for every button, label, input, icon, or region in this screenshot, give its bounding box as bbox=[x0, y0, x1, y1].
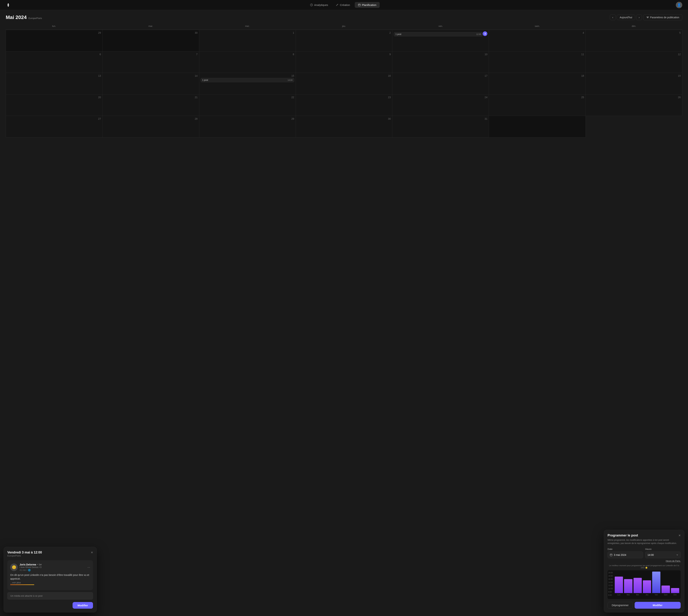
cal-cell-13[interactable]: 12 bbox=[586, 51, 682, 73]
calendar-title: Mai 2024 Europe/Paris bbox=[6, 15, 42, 20]
day-mer: mer. bbox=[199, 24, 296, 28]
cal-cell-26[interactable]: 25 bbox=[489, 94, 585, 116]
cal-cell-12[interactable]: 11 bbox=[489, 51, 585, 73]
chart-col-1: Mar bbox=[624, 572, 632, 596]
cal-cell-27[interactable]: 26 bbox=[586, 94, 682, 116]
cal-event[interactable]: 1 post14:00 bbox=[201, 78, 294, 82]
cal-cell-15[interactable]: 14 bbox=[103, 73, 199, 94]
svg-rect-3 bbox=[610, 554, 612, 556]
cal-cell-21[interactable]: 20 bbox=[6, 94, 103, 116]
days-header: lun. mar. mer. jeu. ven. sam. dim. bbox=[6, 24, 682, 30]
popup-post-header: Vendredi 3 mai à 12:00 Europe/Paris × bbox=[7, 551, 93, 559]
paris-time-link[interactable]: Heure de Paris. bbox=[607, 560, 681, 562]
publication-settings-button[interactable]: Paramètres de publication bbox=[643, 14, 682, 20]
chart-x-label-5: Sam bbox=[664, 594, 668, 596]
cal-cell-1[interactable]: 30 bbox=[103, 30, 199, 51]
day-ven: ven. bbox=[392, 24, 489, 28]
cal-cell-28[interactable]: 27 bbox=[6, 116, 103, 137]
chart-col-5: Sam bbox=[662, 572, 670, 596]
cal-cell-2[interactable]: 1 bbox=[199, 30, 296, 51]
cal-cell-11[interactable]: 10 bbox=[392, 51, 489, 73]
nav-analytiques[interactable]: Analytiques bbox=[307, 2, 331, 8]
cal-cell-24[interactable]: 23 bbox=[296, 94, 392, 116]
cal-cell-17[interactable]: 16 bbox=[296, 73, 392, 94]
chart-bar-2 bbox=[634, 578, 642, 593]
cal-cell-22[interactable]: 21 bbox=[103, 94, 199, 116]
cal-cell-0[interactable]: 29 bbox=[6, 30, 103, 51]
chart-y-label: 8:00 bbox=[608, 591, 613, 593]
cal-cell-25[interactable]: 24 bbox=[392, 94, 489, 116]
time-select[interactable]: 14:00 bbox=[645, 551, 681, 558]
user-avatar[interactable]: 👤 bbox=[676, 2, 682, 8]
media-badge: Un média est attaché à ce post bbox=[7, 592, 93, 599]
chart-col-6: Dim bbox=[671, 572, 679, 596]
author-avatar: 😊 bbox=[10, 564, 18, 571]
calendar-controls: ‹ Aujourd'hui › Paramètres de publicatio… bbox=[610, 14, 682, 20]
post-modifier-button[interactable]: Modifier bbox=[72, 602, 93, 609]
cal-cell-4[interactable]: 31 post12:00 bbox=[392, 30, 489, 51]
deprogrammer-button[interactable]: Déprogrammer bbox=[607, 602, 633, 609]
schedule-popup-close[interactable]: × bbox=[679, 533, 681, 537]
cal-cell-16[interactable]: 151 post14:00 bbox=[199, 73, 296, 94]
cal-cell-8[interactable]: 7 bbox=[103, 51, 199, 73]
nav-planification[interactable]: Planification bbox=[355, 2, 380, 8]
see-more-link[interactable]: ...voir plus bbox=[10, 581, 21, 584]
popup-post-title: Vendredi 3 mai à 12:00 bbox=[7, 551, 42, 554]
popup-post-timezone: Europe/Paris bbox=[7, 554, 42, 557]
author-name: Joris Delorme bbox=[20, 563, 36, 566]
schedule-popup-title: Programmer le post bbox=[607, 533, 638, 537]
cal-cell-19[interactable]: 18 bbox=[489, 73, 585, 94]
chart-y-label: 12:00 bbox=[608, 585, 613, 587]
cal-cell-18[interactable]: 17 bbox=[392, 73, 489, 94]
cal-cell-31[interactable]: 30 bbox=[296, 116, 392, 137]
cal-cell-3[interactable]: 2 bbox=[296, 30, 392, 51]
calendar-nav: ‹ Aujourd'hui › bbox=[610, 15, 642, 20]
cal-event[interactable]: 1 post12:00 bbox=[394, 32, 483, 36]
day-jeu: jeu. bbox=[296, 24, 392, 28]
calendar-grid: lun. mar. mer. jeu. ven. sam. dim. 29301… bbox=[6, 24, 682, 137]
calendar-header: Mai 2024 Europe/Paris ‹ Aujourd'hui › Pa… bbox=[6, 14, 682, 20]
cal-cell-23[interactable]: 22 bbox=[199, 94, 296, 116]
calendar-month: Mai 2024 bbox=[6, 15, 27, 20]
cal-cell-5[interactable]: 4 bbox=[489, 30, 585, 51]
cal-cell-29[interactable]: 28 bbox=[103, 116, 199, 137]
chart-col-3: Jeu bbox=[643, 572, 651, 596]
day-mar: mar. bbox=[102, 24, 199, 28]
author-badge: • 1er bbox=[37, 563, 42, 566]
cal-cell-33[interactable] bbox=[489, 116, 585, 137]
chart-x-label-4: Ven bbox=[655, 594, 658, 596]
schedule-modifier-button[interactable]: Modifier bbox=[635, 602, 681, 609]
nav-creation[interactable]: Création bbox=[333, 2, 353, 8]
post-card-header: 😊 Joris Delorme • 1er I love Ghost Geniu… bbox=[10, 563, 90, 571]
chart-y-label: 14:00 bbox=[608, 581, 613, 584]
calendar-timezone: Europe/Paris bbox=[28, 17, 42, 20]
chart-col-2: Mer bbox=[634, 572, 642, 596]
cal-cell-9[interactable]: 8 bbox=[199, 51, 296, 73]
chart-x-label-3: Jeu bbox=[646, 594, 648, 596]
chart-bar-1 bbox=[624, 579, 632, 593]
schedule-popup: Programmer le post × Même programmé, les… bbox=[604, 530, 684, 612]
today-button[interactable]: Aujourd'hui bbox=[617, 15, 635, 20]
topnav: Analytiques Création Planification 👤 bbox=[0, 0, 688, 10]
chart-col-4: Ven bbox=[652, 572, 660, 596]
chart-x-label-6: Dim bbox=[673, 594, 677, 596]
chart-bar-4 bbox=[652, 572, 660, 593]
cal-cell-10[interactable]: 9 bbox=[296, 51, 392, 73]
schedule-popup-desc: Même programmé, les modifications apport… bbox=[607, 538, 681, 545]
cal-cell-32[interactable]: 31 bbox=[392, 116, 489, 137]
popup-post-close[interactable]: × bbox=[91, 551, 93, 554]
cal-cell-7[interactable]: 6 bbox=[6, 51, 103, 73]
post-progress-bar bbox=[10, 585, 34, 585]
chart-y-label: 10:00 bbox=[608, 588, 613, 590]
cal-cell-14[interactable]: 13 bbox=[6, 73, 103, 94]
post-menu-button[interactable]: ··· bbox=[87, 566, 90, 569]
next-month-button[interactable]: › bbox=[636, 15, 642, 20]
cal-cell-30[interactable]: 29 bbox=[199, 116, 296, 137]
date-input[interactable]: 3 mai 2024 bbox=[607, 551, 643, 558]
cal-cell-6[interactable]: 5 bbox=[586, 30, 682, 51]
prev-month-button[interactable]: ‹ bbox=[610, 15, 616, 20]
chart-y-label: 6:00 bbox=[608, 594, 613, 596]
cal-cell-20[interactable]: 19 bbox=[586, 73, 682, 94]
chart-x-label-0: Lun bbox=[617, 594, 620, 596]
day-sam: sam. bbox=[489, 24, 585, 28]
